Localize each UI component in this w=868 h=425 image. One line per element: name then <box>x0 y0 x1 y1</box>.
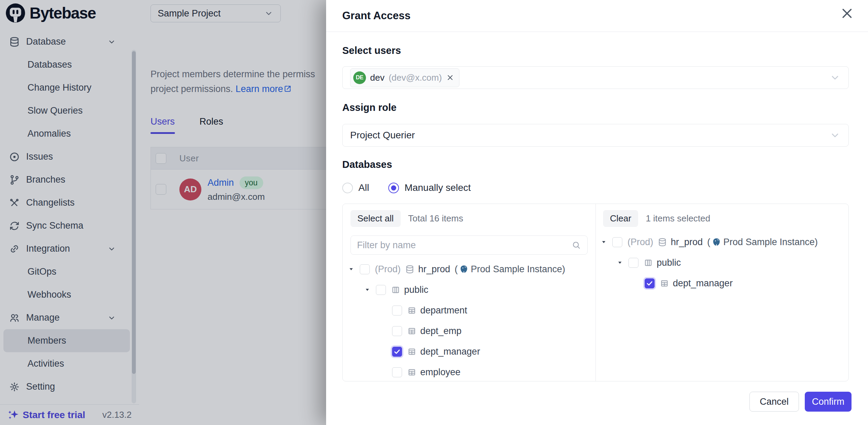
source-pane: Select all Total 16 items Filter by name… <box>343 204 596 381</box>
databases-label: Databases <box>342 159 392 170</box>
caret-down-icon[interactable] <box>601 239 612 245</box>
table-icon <box>407 347 416 356</box>
node-name: dept_emp <box>420 326 461 336</box>
close-icon[interactable] <box>839 5 855 21</box>
select-all-button[interactable]: Select all <box>350 210 401 227</box>
radio-circle-selected <box>388 183 399 193</box>
selected-count-label: 1 items selected <box>646 213 710 224</box>
table-icon <box>407 368 416 377</box>
node-name: hr_prod <box>418 264 450 275</box>
table-icon <box>407 306 416 315</box>
grant-access-drawer: Grant Access Select users DE dev (dev@x.… <box>326 0 868 425</box>
tree-row-department: department <box>343 300 596 321</box>
schema-icon <box>644 258 653 267</box>
chip-user-email: (dev@x.com) <box>389 72 442 83</box>
caret-spacer <box>381 307 392 314</box>
select-users-input[interactable]: DE dev (dev@x.com) <box>342 66 849 89</box>
checkbox[interactable] <box>612 237 622 247</box>
role-select[interactable]: Project Querier <box>342 124 849 147</box>
node-name: dept_manager <box>673 278 733 289</box>
caret-down-icon[interactable] <box>348 266 360 273</box>
total-items-label: Total 16 items <box>408 213 463 224</box>
caret-spacer <box>381 369 392 376</box>
chevron-down-icon <box>829 72 841 83</box>
node-name: department <box>420 305 467 316</box>
tree-row-dept_emp: dept_emp <box>343 321 596 341</box>
chip-user-name: dev <box>370 72 385 83</box>
selected-pane: Clear 1 items selected (Prod)hr_prod(Pro… <box>596 204 848 381</box>
caret-down-icon[interactable] <box>365 286 376 293</box>
checkbox-checked[interactable] <box>645 278 655 288</box>
selected-user-chip: DE dev (dev@x.com) <box>350 68 459 87</box>
filter-placeholder: Filter by name <box>357 240 416 251</box>
tree-row-public: public <box>343 279 596 300</box>
env-label: (Prod) <box>375 264 401 275</box>
tree-row-dept_manager: dept_manager <box>343 341 596 362</box>
app-window: Bytebase DatabaseDatabasesChange History… <box>0 0 868 425</box>
database-icon <box>658 238 667 247</box>
tree-row-employee: employee <box>343 362 596 381</box>
instance-name: Prod Sample Instance) <box>723 237 818 248</box>
table-icon <box>407 326 416 336</box>
remove-user-icon[interactable] <box>446 73 454 82</box>
cancel-button[interactable]: Cancel <box>749 392 799 412</box>
chevron-down-icon <box>829 129 841 141</box>
instance-paren: ( <box>707 237 710 248</box>
node-name: hr_prod <box>671 237 703 248</box>
checkbox[interactable] <box>392 367 402 377</box>
schema-icon <box>391 285 400 295</box>
table-icon <box>660 279 669 288</box>
assign-role-label: Assign role <box>342 102 397 113</box>
radio-all[interactable]: All <box>342 182 369 193</box>
tree-row-hr_prod: (Prod)hr_prod(Prod Sample Instance) <box>596 232 848 252</box>
postgres-icon <box>712 238 721 246</box>
node-name: public <box>404 285 429 295</box>
filter-input[interactable]: Filter by name <box>350 236 588 255</box>
postgres-icon <box>459 265 468 274</box>
env-label: (Prod) <box>627 237 653 248</box>
database-transfer: Select all Total 16 items Filter by name… <box>342 204 849 381</box>
tree-row-dept_manager: dept_manager <box>596 273 848 294</box>
source-tree: (Prod)hr_prod(Prod Sample Instance)publi… <box>343 259 596 381</box>
checkbox[interactable] <box>360 264 370 274</box>
caret-down-icon[interactable] <box>617 259 628 266</box>
radio-circle <box>342 183 353 193</box>
checkbox[interactable] <box>628 258 638 268</box>
drawer-title: Grant Access <box>342 10 411 22</box>
database-icon <box>405 265 414 274</box>
node-name: dept_manager <box>420 346 480 357</box>
instance-name: Prod Sample Instance) <box>471 264 565 275</box>
select-users-label: Select users <box>342 45 401 56</box>
avatar: DE <box>353 71 366 84</box>
confirm-button[interactable]: Confirm <box>805 392 852 412</box>
caret-spacer <box>381 348 392 355</box>
modal-backdrop[interactable] <box>0 0 326 425</box>
database-scope-radios: All Manually select <box>342 182 471 193</box>
instance-paren: ( <box>455 264 458 275</box>
checkbox[interactable] <box>392 306 402 315</box>
radio-manually-select[interactable]: Manually select <box>388 182 471 193</box>
checkbox-checked[interactable] <box>392 347 402 357</box>
drawer-header: Grant Access <box>326 0 868 32</box>
checkbox[interactable] <box>392 326 402 336</box>
caret-spacer <box>633 280 645 287</box>
node-name: employee <box>420 367 460 378</box>
node-name: public <box>657 257 681 268</box>
clear-button[interactable]: Clear <box>603 210 638 227</box>
tree-row-public: public <box>596 252 848 273</box>
selected-tree: (Prod)hr_prod(Prod Sample Instance)publi… <box>596 232 848 381</box>
tree-row-hr_prod: (Prod)hr_prod(Prod Sample Instance) <box>343 259 596 279</box>
checkbox[interactable] <box>376 285 386 295</box>
caret-spacer <box>381 328 392 334</box>
role-select-value: Project Querier <box>350 130 415 141</box>
search-icon <box>571 240 581 250</box>
